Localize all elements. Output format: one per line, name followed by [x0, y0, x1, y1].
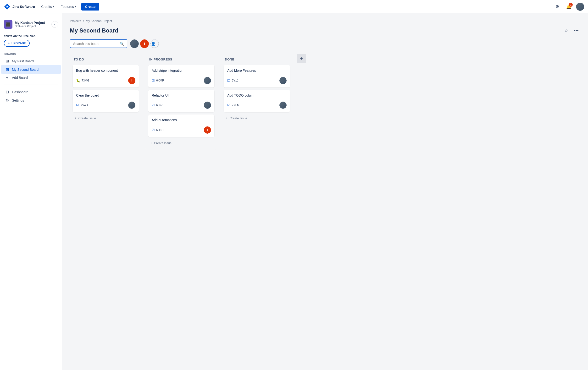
- project-icon: ⬛: [4, 20, 12, 29]
- project-type: Software Project: [15, 25, 49, 28]
- card-tag: 7V4D: [81, 103, 88, 107]
- task-icon: ☑: [152, 103, 155, 107]
- column-todo: To Do Bug with header component 🐛 73MG I…: [70, 54, 142, 125]
- add-icon: +: [5, 76, 10, 80]
- task-icon: ☑: [227, 79, 230, 82]
- card-add-automations[interactable]: Add automations ☑ 6H8H I: [148, 114, 214, 137]
- card-title: Bug with header component: [76, 68, 135, 73]
- project-name: My Kanban Project: [15, 21, 49, 25]
- kanban-icon: ⬛: [6, 22, 10, 27]
- upgrade-label: UPGRADE: [11, 42, 26, 45]
- create-issue-label: Create Issue: [230, 116, 247, 120]
- card-add-todo-column[interactable]: Add TODO column ☑ 7YFM: [224, 90, 290, 112]
- sidebar-item-my-first-board[interactable]: ⊞ My First Board: [1, 57, 61, 65]
- card-add-more-features[interactable]: Add More Features ☑ 6Y1J: [224, 65, 290, 88]
- create-issue-button-todo[interactable]: + Create Issue: [73, 114, 139, 122]
- board-title: My Second Board: [70, 27, 118, 34]
- task-icon: ☑: [227, 103, 230, 107]
- sidebar-item-label: My First Board: [12, 59, 34, 63]
- search-icon: 🔍: [120, 42, 124, 46]
- task-icon: ☑: [152, 79, 155, 82]
- sidebar-project: ⬛ My Kanban Project Software Project ‹: [0, 17, 62, 32]
- add-board-label: Add Board: [12, 76, 28, 80]
- search-box[interactable]: 🔍: [70, 40, 127, 48]
- card-footer: ☑ 6567: [152, 101, 211, 109]
- breadcrumb-projects[interactable]: Projects: [70, 19, 81, 23]
- card-bug-header[interactable]: Bug with header component 🐛 73MG I: [73, 65, 139, 88]
- sidebar-item-my-second-board[interactable]: ⊞ My Second Board: [1, 65, 61, 74]
- card-footer: ☑ 6XMR: [152, 77, 211, 84]
- create-issue-button-done[interactable]: + Create Issue: [224, 114, 290, 122]
- nav-credits[interactable]: Credits ▾: [39, 3, 56, 10]
- card-footer: ☑ 6H8H I: [152, 126, 211, 134]
- create-issue-label: Create Issue: [154, 141, 172, 145]
- sidebar-item-add-board[interactable]: + Add Board: [1, 74, 61, 82]
- card-tag: 7YFM: [232, 103, 240, 107]
- notifications-button[interactable]: 🔔 2: [565, 2, 573, 11]
- card-footer: ☑ 7YFM: [227, 101, 287, 109]
- card-footer: 🐛 73MG I: [76, 77, 135, 84]
- plus-icon: +: [150, 141, 152, 145]
- logo[interactable]: Jira Software: [4, 3, 35, 10]
- chevron-down-icon: ▾: [53, 5, 54, 8]
- card-title: Add stripe integration: [152, 68, 211, 73]
- upgrade-button[interactable]: ✦ UPGRADE: [4, 40, 30, 47]
- sidebar-item-settings[interactable]: ⚙ Settings: [1, 96, 61, 104]
- avatar-image: [130, 40, 139, 48]
- main-content: Projects / My Kanban Project My Second B…: [62, 13, 588, 370]
- add-member-button[interactable]: 👤+: [150, 40, 159, 48]
- star-button[interactable]: ☆: [562, 27, 570, 35]
- boards-section-label: BOARDS: [0, 50, 62, 57]
- card-meta: ☑ 7YFM: [227, 103, 240, 107]
- card-tag: 6567: [156, 103, 163, 107]
- column-header-done: Done: [224, 57, 290, 62]
- sidebar: ⬛ My Kanban Project Software Project ‹ Y…: [0, 13, 62, 370]
- dashboard-label: Dashboard: [12, 90, 29, 94]
- card-footer: ☑ 6Y1J: [227, 77, 287, 84]
- sidebar-collapse-button[interactable]: ‹: [52, 21, 58, 28]
- settings-button[interactable]: ⚙: [553, 2, 562, 11]
- card-stripe-integration[interactable]: Add stripe integration ☑ 6XMR: [148, 65, 214, 88]
- board-header: My Second Board ☆ •••: [70, 27, 580, 35]
- gear-icon: ⚙: [556, 4, 559, 9]
- board-icon: ⊞: [5, 67, 10, 72]
- ellipsis-icon: •••: [574, 28, 579, 33]
- more-options-button[interactable]: •••: [572, 27, 580, 35]
- card-title: Refactor UI: [152, 93, 211, 98]
- member-avatar-2[interactable]: I: [140, 40, 149, 48]
- person-plus-icon: 👤+: [151, 42, 158, 46]
- bug-icon: 🐛: [76, 79, 80, 82]
- features-label: Features: [61, 5, 74, 9]
- nav-features[interactable]: Features ▾: [58, 3, 78, 10]
- search-input[interactable]: [73, 42, 118, 46]
- card-clear-board[interactable]: Clear the board ☑ 7V4D: [73, 90, 139, 112]
- card-assignee: [128, 101, 135, 109]
- card-tag: 6H8H: [156, 128, 164, 132]
- star-icon: ☆: [564, 28, 568, 33]
- column-header-todo: To Do: [73, 57, 139, 62]
- board-header-actions: ☆ •••: [562, 27, 580, 35]
- board-columns: To Do Bug with header component 🐛 73MG I…: [70, 54, 580, 150]
- plus-icon: +: [75, 116, 76, 120]
- card-title: Add More Features: [227, 68, 287, 73]
- card-assignee: I: [204, 126, 211, 134]
- create-issue-button-in-progress[interactable]: + Create Issue: [148, 139, 214, 147]
- add-column-button[interactable]: +: [297, 54, 306, 63]
- member-avatars: I 👤+: [130, 40, 159, 48]
- breadcrumb-separator: /: [83, 19, 84, 23]
- card-meta: ☑ 6Y1J: [227, 79, 238, 82]
- sidebar-item-dashboard[interactable]: ⊟ Dashboard: [1, 88, 61, 96]
- upgrade-icon: ✦: [8, 42, 10, 45]
- user-avatar-nav[interactable]: [576, 3, 584, 11]
- dashboard-icon: ⊟: [5, 90, 10, 94]
- card-assignee: [279, 101, 287, 109]
- chevron-down-icon: ▾: [75, 5, 76, 8]
- card-assignee: [279, 77, 287, 84]
- member-avatar-1[interactable]: [130, 40, 139, 48]
- card-refactor-ui[interactable]: Refactor UI ☑ 6567: [148, 90, 214, 112]
- card-tag: 6Y1J: [232, 79, 238, 82]
- create-button[interactable]: Create: [81, 3, 100, 10]
- task-icon: ☑: [152, 128, 155, 132]
- breadcrumb-project-name[interactable]: My Kanban Project: [86, 19, 112, 23]
- plus-icon: +: [300, 56, 303, 61]
